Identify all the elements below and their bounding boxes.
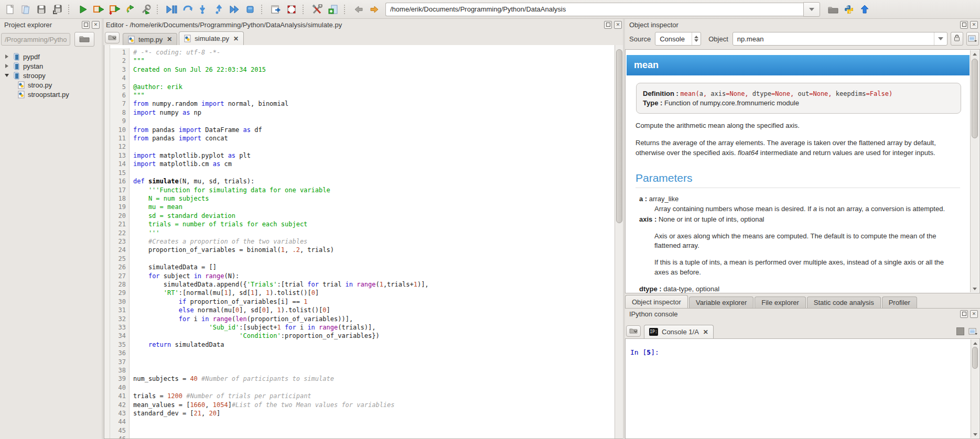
working-directory-dropdown[interactable] <box>803 2 820 17</box>
doc-paragraph: Returns the average of the array element… <box>636 138 955 158</box>
editor-vertical-scrollbar[interactable] <box>615 45 623 438</box>
save-button[interactable] <box>34 2 49 17</box>
inspector-options-button[interactable] <box>966 32 979 46</box>
tab-temp-py[interactable]: temp.py ✕ <box>123 33 177 45</box>
run-cell-advance-button[interactable] <box>106 2 122 17</box>
run-button[interactable] <box>75 2 91 17</box>
undock-button[interactable] <box>82 21 90 29</box>
close-panel-button[interactable]: ✕ <box>970 21 978 29</box>
undock-button[interactable] <box>604 21 612 29</box>
code-line: 4 <box>110 74 615 82</box>
python-file-icon <box>18 81 25 89</box>
tree-item-pypdf[interactable]: pypdf <box>0 52 102 61</box>
undock-button[interactable] <box>960 310 968 318</box>
debug-continue-button[interactable] <box>227 2 242 17</box>
console-header: IPython console ✕ <box>625 308 980 320</box>
code-editor[interactable]: 1# -*- coding: utf-8 -*-2"""3Created on … <box>104 45 624 439</box>
scroll-up-icon[interactable] <box>971 339 979 347</box>
console-area[interactable]: In [5]: <box>625 338 980 439</box>
run-cell-button[interactable] <box>91 2 106 17</box>
chevron-right-icon[interactable] <box>4 64 9 68</box>
tools-button[interactable] <box>309 2 325 17</box>
debug-restart-button[interactable] <box>179 2 195 17</box>
tab-static-code-analysis[interactable]: Static code analysis <box>807 297 881 308</box>
code-line: 17 '''Function for simulating data for o… <box>110 186 615 194</box>
lock-button[interactable] <box>951 32 963 46</box>
console-prompt: In [5]: <box>630 348 979 356</box>
tab-profiler[interactable]: Profiler <box>882 297 917 308</box>
save-all-button[interactable] <box>49 2 65 17</box>
debug-button[interactable] <box>164 2 179 17</box>
code-area[interactable]: 1# -*- coding: utf-8 -*-2"""3Created on … <box>110 45 615 438</box>
code-line: 20 sd = standard deviation <box>110 212 615 220</box>
scrollbar-thumb[interactable] <box>972 347 978 369</box>
close-tab-icon[interactable]: ✕ <box>233 35 239 42</box>
code-line: 25 <box>110 255 615 263</box>
undock-button[interactable] <box>960 21 968 29</box>
scroll-down-icon[interactable] <box>971 431 979 438</box>
open-file-button[interactable] <box>18 2 34 17</box>
definition-signature: mean(a, axis=None, dtype=None, out=None,… <box>681 90 893 97</box>
configure-run-button[interactable] <box>138 2 154 17</box>
tools-icon <box>312 4 322 15</box>
code-line: 46 <box>110 435 615 438</box>
run-again-icon <box>125 4 135 15</box>
run-again-button[interactable] <box>122 2 138 17</box>
up-directory-button[interactable] <box>857 2 873 17</box>
python-interpreter-button[interactable] <box>841 2 857 17</box>
maximize-pane-button[interactable] <box>268 2 284 17</box>
project-path-input[interactable] <box>1 33 70 46</box>
chevron-down-icon[interactable] <box>934 32 947 45</box>
scroll-up-icon[interactable] <box>971 50 979 58</box>
browse-directory-button[interactable] <box>825 2 841 17</box>
object-combobox[interactable]: np.mean <box>733 32 947 46</box>
source-combobox[interactable]: Console <box>655 32 701 46</box>
chevron-down-icon <box>809 8 814 11</box>
tree-item-stroo-py[interactable]: stroo.py <box>0 80 102 90</box>
chevron-right-icon[interactable] <box>4 54 9 59</box>
toolbar-separator <box>344 5 349 14</box>
toolbar-separator <box>68 5 73 14</box>
folder-icon <box>79 35 90 45</box>
project-browse-button[interactable] <box>74 32 94 47</box>
scrollbar-thumb[interactable] <box>972 59 978 138</box>
tab-simulate-py[interactable]: simulate.py ✕ <box>179 31 244 45</box>
step-into-button[interactable] <box>195 2 211 17</box>
tree-item-pystan[interactable]: pystan <box>0 61 102 71</box>
debug-stop-button[interactable] <box>242 2 258 17</box>
close-panel-button[interactable]: ✕ <box>614 21 622 29</box>
tab-variable-explorer[interactable]: Variable explorer <box>689 297 753 308</box>
python-file-icon <box>184 35 191 42</box>
back-button[interactable] <box>351 2 367 17</box>
close-tab-icon[interactable]: ✕ <box>167 36 172 43</box>
spinner-icon[interactable] <box>692 32 701 45</box>
chevron-down-icon[interactable] <box>4 74 9 77</box>
inspector-vertical-scrollbar[interactable] <box>970 50 979 292</box>
console-vertical-scrollbar[interactable] <box>971 339 979 438</box>
ipython-console-title: IPython console <box>625 310 960 318</box>
tab-file-explorer[interactable]: File explorer <box>755 297 806 308</box>
tree-item-stroopstart-py[interactable]: stroopstart.py <box>0 90 102 99</box>
scroll-down-icon[interactable] <box>971 285 979 292</box>
close-panel-button[interactable]: ✕ <box>92 21 100 29</box>
code-line: 5@author: erik <box>110 83 615 91</box>
close-tab-icon[interactable]: ✕ <box>703 328 708 336</box>
tab-object-inspector[interactable]: Object inspector <box>625 295 688 308</box>
pythonpath-manager-button[interactable] <box>325 2 341 17</box>
working-directory-input[interactable] <box>385 3 803 16</box>
browse-tabs-button[interactable] <box>626 325 641 337</box>
code-line: 8import numpy as np <box>110 108 615 117</box>
step-return-button[interactable] <box>211 2 227 17</box>
interrupt-kernel-icon[interactable] <box>956 327 964 335</box>
scrollbar-thumb[interactable] <box>616 49 622 223</box>
browse-tabs-button[interactable] <box>105 32 120 43</box>
close-panel-button[interactable]: ✕ <box>970 310 978 318</box>
ipython-icon: IP: <box>649 328 658 336</box>
fullscreen-button[interactable] <box>284 2 299 17</box>
forward-button[interactable] <box>367 2 382 17</box>
tree-item-stroopy[interactable]: stroopy <box>0 71 102 80</box>
new-file-button[interactable] <box>2 2 18 17</box>
tab-console-1a[interactable]: IP: Console 1/A ✕ <box>644 325 714 338</box>
code-line: 31 else normal(mu[0], sd[0], 1).tolist()… <box>110 306 615 314</box>
console-options-button[interactable] <box>968 328 978 335</box>
